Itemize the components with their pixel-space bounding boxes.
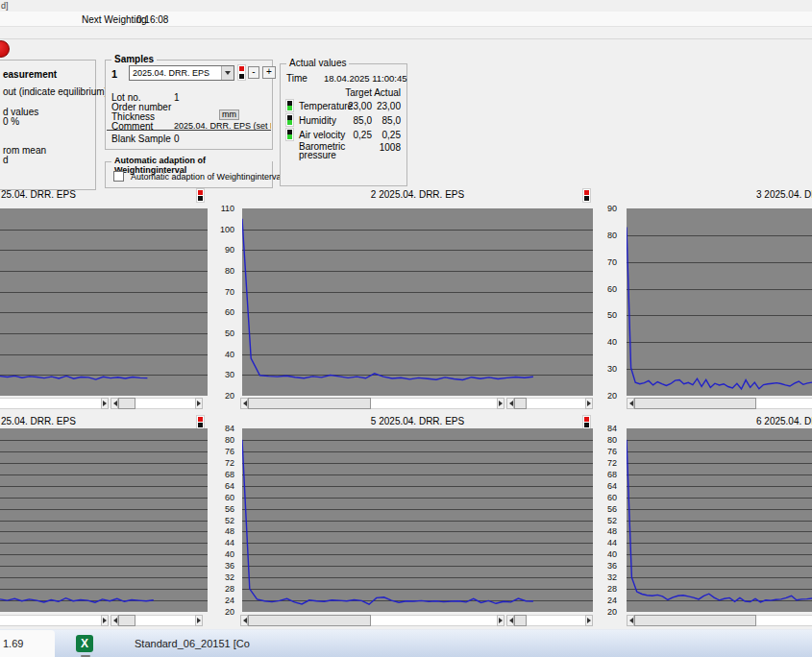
- scroll-thumb[interactable]: [118, 615, 135, 626]
- scroll-track[interactable]: [756, 615, 812, 626]
- zoom-scroll-left-button[interactable]: [506, 615, 514, 626]
- y-tick-label: 40: [598, 550, 619, 559]
- scroll-right-button[interactable]: [101, 398, 109, 409]
- y-tick-label: 70: [598, 258, 619, 267]
- zoom-scroll-right-button[interactable]: [195, 398, 203, 409]
- chart-title: 25.04. DRR. EPS: [1, 189, 76, 200]
- chart-plot[interactable]: [627, 208, 812, 396]
- chart-hscrollbar[interactable]: [627, 615, 812, 626]
- remove-sample-button[interactable]: -: [248, 66, 259, 79]
- chart-title: 2 2025.04. DRR. EPS: [242, 189, 593, 200]
- actual-values-group-label: Actual values: [286, 58, 349, 68]
- y-tick-label: 44: [598, 539, 619, 548]
- add-sample-button[interactable]: +: [262, 66, 276, 79]
- toolbar-strip: [0, 27, 812, 39]
- taskbar-window-title[interactable]: Standard_06_20151 [Co: [135, 638, 250, 649]
- air-velocity-label: Air velocity: [299, 130, 345, 140]
- scroll-thumb[interactable]: [514, 398, 527, 409]
- chart-hscrollbar[interactable]: [240, 398, 593, 409]
- scroll-thumb[interactable]: [248, 398, 371, 409]
- chart-plot[interactable]: [627, 428, 812, 612]
- chart-plot[interactable]: [242, 428, 593, 612]
- auto-adaption-checkbox[interactable]: [113, 171, 124, 182]
- thickness-unit-button[interactable]: mm: [219, 110, 239, 120]
- chart-hscrollbar[interactable]: [627, 398, 812, 409]
- scroll-left-button[interactable]: [240, 398, 248, 409]
- chart-plot[interactable]: [242, 208, 593, 396]
- chart-title: 25.04. DRR. EPS: [1, 416, 76, 426]
- scroll-right-button[interactable]: [101, 615, 109, 626]
- zoom-scroll-right-button[interactable]: [585, 615, 593, 626]
- series-line: [242, 219, 533, 380]
- chart-hscrollbar[interactable]: [0, 615, 203, 626]
- zoom-scroll-right-button[interactable]: [195, 615, 203, 626]
- scroll-track[interactable]: [756, 398, 812, 409]
- y-tick-label: 80: [215, 267, 236, 276]
- zoom-scroll-left-button[interactable]: [506, 398, 514, 409]
- title-strip: d]: [0, 0, 812, 12]
- chart-title: 5 2025.04. DRR. EPS: [242, 416, 593, 426]
- scroll-right-button[interactable]: [497, 398, 504, 409]
- stop-record-button[interactable]: [0, 40, 10, 58]
- series-line: [0, 376, 147, 379]
- chart-hscrollbar[interactable]: [0, 398, 203, 409]
- scroll-thumb[interactable]: [118, 398, 135, 409]
- y-tick-label: 72: [598, 459, 619, 468]
- scroll-left-button[interactable]: [627, 398, 634, 409]
- scroll-thumb[interactable]: [634, 398, 756, 409]
- chart-panel-5: 5 2025.04. DRR. EPS 84807672686460565248…: [215, 415, 594, 627]
- y-tick-label: 72: [215, 459, 236, 468]
- scroll-track[interactable]: [0, 398, 101, 409]
- scroll-left-button[interactable]: [627, 615, 634, 626]
- scroll-left-button[interactable]: [240, 615, 248, 626]
- y-tick-label: 56: [598, 505, 619, 514]
- y-tick-label: 20: [215, 392, 236, 401]
- y-tick-label: 28: [215, 585, 236, 594]
- zoom-scroll-right-button[interactable]: [585, 398, 593, 409]
- y-tick-label: 76: [215, 448, 236, 456]
- scroll-track[interactable]: [135, 615, 195, 626]
- scroll-track[interactable]: [527, 398, 585, 409]
- chevron-down-icon[interactable]: [221, 66, 234, 80]
- y-tick-label: 80: [215, 436, 236, 445]
- scroll-track[interactable]: [135, 398, 195, 409]
- scroll-track[interactable]: [371, 615, 497, 626]
- zoom-scroll-left-button[interactable]: [111, 398, 118, 409]
- chart-panel-1: 25.04. DRR. EPS: [0, 188, 208, 412]
- divider: [107, 130, 271, 131]
- chart-plot[interactable]: [0, 208, 208, 396]
- chart-plot[interactable]: [0, 428, 208, 612]
- scroll-track[interactable]: [527, 615, 585, 626]
- y-tick-label: 60: [598, 285, 619, 294]
- y-axis: 8480767268646056524844403632282420: [215, 428, 238, 612]
- y-tick-label: 48: [598, 527, 619, 536]
- scroll-track[interactable]: [371, 398, 497, 409]
- chart-traffic-light-icon: [196, 415, 205, 429]
- y-tick-label: 48: [215, 527, 236, 536]
- scroll-thumb[interactable]: [248, 615, 371, 626]
- y-tick-label: 68: [598, 471, 619, 479]
- y-tick-label: 20: [215, 608, 236, 617]
- y-tick-label: 80: [598, 436, 619, 445]
- chart-hscrollbar[interactable]: [240, 615, 593, 626]
- y-tick-label: 56: [215, 505, 236, 514]
- humidity-status-icon: [285, 113, 294, 127]
- y-tick-label: 20: [598, 608, 619, 617]
- sample-select[interactable]: 2025.04. DRR. EPS: [129, 65, 234, 81]
- excel-icon[interactable]: X: [76, 635, 93, 652]
- scroll-track[interactable]: [0, 615, 101, 626]
- y-tick-label: 52: [215, 517, 236, 525]
- y-tick-label: 110: [215, 205, 236, 213]
- humidity-target: 85,0: [354, 115, 372, 126]
- scroll-thumb[interactable]: [514, 615, 527, 626]
- taskbar: 1.69 X Standard_06_20151 [Co: [0, 629, 812, 657]
- scroll-right-button[interactable]: [497, 615, 504, 626]
- zoom-scroll-left-button[interactable]: [111, 615, 118, 626]
- target-column-header: Target: [345, 87, 372, 98]
- samples-group-label: Samples: [111, 54, 157, 64]
- scroll-thumb[interactable]: [634, 615, 756, 626]
- y-axis: 9080706050403020: [598, 208, 621, 396]
- y-tick-label: 80: [598, 231, 619, 240]
- humidity-label: Humidity: [299, 115, 336, 126]
- humidity-actual: 85,0: [382, 115, 401, 126]
